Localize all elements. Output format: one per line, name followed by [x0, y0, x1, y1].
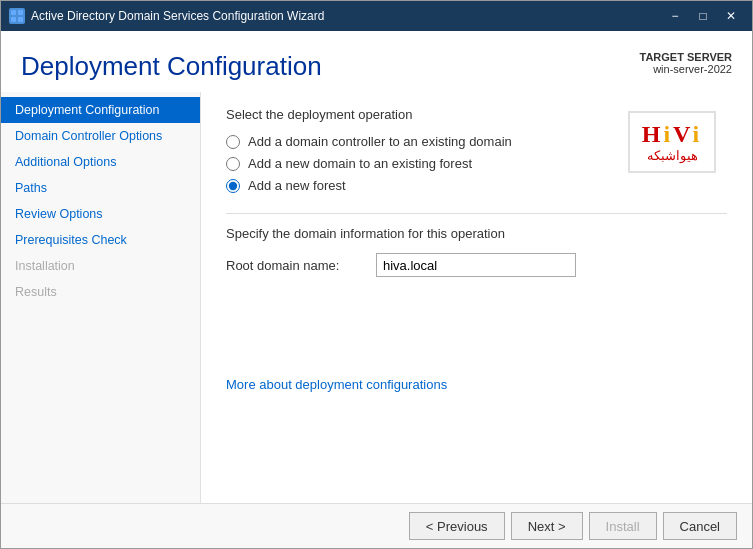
maximize-button[interactable]: □	[690, 6, 716, 26]
svg-rect-0	[11, 10, 16, 15]
logo-subtitle: هیواشبکه	[642, 148, 702, 163]
target-server-label: TARGET SERVER	[640, 51, 733, 63]
install-button[interactable]: Install	[589, 512, 657, 540]
title-bar-controls: − □ ✕	[662, 6, 744, 26]
help-link[interactable]: More about deployment configurations	[226, 377, 447, 392]
svg-rect-2	[11, 17, 16, 22]
main-window: Active Directory Domain Services Configu…	[0, 0, 753, 549]
logo-i: i	[663, 121, 673, 147]
content-area: Deployment Configuration TARGET SERVER w…	[1, 31, 752, 503]
svg-rect-1	[18, 10, 23, 15]
root-domain-label: Root domain name:	[226, 258, 366, 273]
sidebar-item-domain-controller-options[interactable]: Domain Controller Options	[1, 123, 200, 149]
help-link-area: More about deployment configurations	[226, 357, 727, 392]
app-icon	[9, 8, 25, 24]
sidebar-item-paths[interactable]: Paths	[1, 175, 200, 201]
logo-v: V	[673, 121, 692, 147]
sidebar-item-results: Results	[1, 279, 200, 305]
header-section: Deployment Configuration TARGET SERVER w…	[1, 31, 752, 92]
close-button[interactable]: ✕	[718, 6, 744, 26]
previous-button[interactable]: < Previous	[409, 512, 505, 540]
minimize-button[interactable]: −	[662, 6, 688, 26]
target-server-info: TARGET SERVER win-server-2022	[640, 51, 733, 75]
footer: < Previous Next > Install Cancel	[1, 503, 752, 548]
page-title: Deployment Configuration	[21, 51, 322, 82]
logo-h: H	[642, 121, 664, 147]
sidebar: Deployment Configuration Domain Controll…	[1, 92, 201, 503]
sidebar-item-review-options[interactable]: Review Options	[1, 201, 200, 227]
title-bar: Active Directory Domain Services Configu…	[1, 1, 752, 31]
root-domain-input[interactable]	[376, 253, 576, 277]
radio-input-add-domain[interactable]	[226, 157, 240, 171]
specify-domain-label: Specify the domain information for this …	[226, 226, 727, 241]
main-content: HiVi هیواشبکه Select the deployment oper…	[201, 92, 752, 503]
sidebar-item-prerequisites-check[interactable]: Prerequisites Check	[1, 227, 200, 253]
sidebar-item-additional-options[interactable]: Additional Options	[1, 149, 200, 175]
logo-area: HiVi هیواشبکه	[612, 102, 732, 182]
main-body: Deployment Configuration Domain Controll…	[1, 92, 752, 503]
radio-input-add-controller[interactable]	[226, 135, 240, 149]
radio-input-add-forest[interactable]	[226, 179, 240, 193]
cancel-button[interactable]: Cancel	[663, 512, 737, 540]
sidebar-item-deployment-configuration[interactable]: Deployment Configuration	[1, 97, 200, 123]
target-server-name: win-server-2022	[640, 63, 733, 75]
sidebar-item-installation: Installation	[1, 253, 200, 279]
title-bar-text: Active Directory Domain Services Configu…	[31, 9, 662, 23]
root-domain-row: Root domain name:	[226, 253, 727, 277]
next-button[interactable]: Next >	[511, 512, 583, 540]
domain-info-section: Specify the domain information for this …	[226, 213, 727, 277]
svg-rect-3	[18, 17, 23, 22]
logo-a: i	[693, 121, 703, 147]
